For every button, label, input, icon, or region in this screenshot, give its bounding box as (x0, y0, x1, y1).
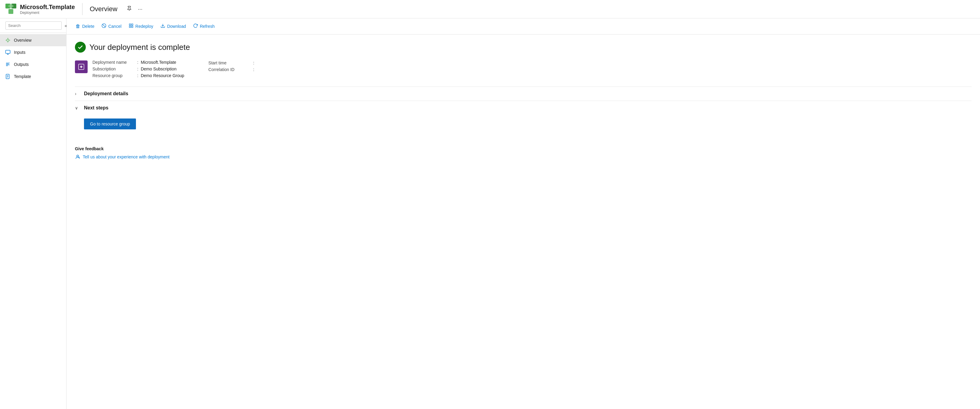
subscription-value: Demo Subscription (141, 67, 177, 71)
next-steps-section[interactable]: ∨ Next steps (75, 101, 972, 115)
download-label: Download (167, 24, 186, 29)
sidebar-item-outputs[interactable]: Outputs (0, 58, 66, 70)
next-steps-content: Go to resource group (75, 115, 972, 133)
outputs-icon (5, 61, 11, 67)
deployment-name-value: Microsoft.Template (141, 60, 176, 65)
header-actions: ··· (125, 5, 145, 14)
deployment-info: Deployment name : Microsoft.Template Sub… (75, 60, 972, 78)
download-icon (161, 23, 165, 29)
sidebar-item-template[interactable]: Template (0, 70, 66, 83)
sidebar-item-template-label: Template (14, 74, 31, 79)
search-bar: « (0, 18, 66, 33)
delete-button[interactable]: 🗑 Delete (73, 22, 97, 31)
feedback-section: Give feedback Tell us about your experie… (75, 141, 972, 160)
sidebar-item-overview[interactable]: Overview (0, 34, 66, 46)
app-subtitle: Deployment (20, 11, 75, 15)
header-divider (82, 3, 83, 15)
delete-icon: 🗑 (76, 24, 80, 29)
search-input[interactable] (5, 21, 62, 30)
svg-point-31 (80, 66, 82, 68)
header-title: Microsoft.Template Deployment (20, 4, 75, 15)
main-layout: « Overview (0, 18, 980, 409)
deployment-name-label: Deployment name (92, 60, 135, 65)
next-steps-label: Next steps (84, 105, 108, 111)
sidebar-item-inputs[interactable]: Inputs (0, 46, 66, 58)
sidebar: « Overview (0, 18, 67, 409)
overview-icon (5, 37, 11, 43)
toolbar: 🗑 Delete Cancel Redeploy (67, 18, 980, 34)
inputs-icon (5, 49, 11, 55)
more-options-button[interactable]: ··· (136, 5, 145, 14)
info-fields: Deployment name : Microsoft.Template Sub… (92, 60, 184, 78)
correlation-id-label: Correlation ID (208, 67, 251, 72)
deployment-name-row: Deployment name : Microsoft.Template (92, 60, 184, 65)
template-icon (5, 73, 11, 80)
sidebar-item-inputs-label: Inputs (14, 50, 25, 55)
info-right: Start time : Correlation ID : (208, 60, 257, 78)
info-left: Deployment name : Microsoft.Template Sub… (75, 60, 184, 78)
page-title: Overview (90, 5, 118, 13)
main-content: Your deployment is complete Deployment n… (67, 34, 980, 167)
deployment-details-label: Deployment details (84, 91, 128, 96)
success-icon (75, 42, 86, 53)
header: Microsoft.Template Deployment Overview ·… (0, 0, 980, 18)
content-area: 🗑 Delete Cancel Redeploy (67, 18, 980, 409)
feedback-link[interactable]: Tell us about your experience with deplo… (75, 154, 972, 160)
correlation-id-row: Correlation ID : (208, 67, 257, 72)
svg-line-24 (103, 24, 105, 27)
azure-logo-icon (5, 3, 17, 15)
svg-point-7 (6, 39, 9, 42)
cancel-icon (102, 23, 107, 29)
download-button[interactable]: Download (158, 21, 189, 31)
svg-rect-12 (6, 50, 10, 54)
svg-point-32 (77, 155, 78, 157)
sidebar-item-overview-label: Overview (14, 38, 32, 43)
header-logo: Microsoft.Template Deployment (5, 3, 75, 15)
refresh-label: Refresh (200, 24, 215, 29)
deployment-details-section[interactable]: › Deployment details (75, 86, 972, 101)
redeploy-icon (129, 23, 134, 29)
deployment-details-chevron: › (75, 91, 81, 96)
deployment-complete-title: Your deployment is complete (89, 43, 190, 52)
svg-rect-27 (131, 26, 133, 27)
svg-rect-28 (129, 26, 131, 27)
redeploy-label: Redeploy (135, 24, 153, 29)
go-to-resource-group-button[interactable]: Go to resource group (84, 118, 136, 129)
resource-icon (75, 61, 88, 73)
sidebar-nav: Overview Inputs Outputs (0, 33, 66, 84)
sections-container: › Deployment details ∨ Next steps Go to … (75, 86, 972, 133)
start-time-label: Start time (208, 61, 251, 65)
subscription-row: Subscription : Demo Subscription (92, 67, 184, 71)
next-steps-chevron: ∨ (75, 105, 81, 110)
delete-label: Delete (82, 24, 94, 29)
svg-rect-2 (8, 9, 13, 14)
redeploy-button[interactable]: Redeploy (126, 21, 156, 31)
svg-rect-26 (131, 24, 133, 26)
refresh-icon (193, 23, 198, 29)
resource-group-row: Resource group : Demo Resource Group (92, 73, 184, 78)
feedback-link-text: Tell us about your experience with deplo… (83, 155, 169, 159)
cancel-button[interactable]: Cancel (99, 21, 124, 31)
feedback-title: Give feedback (75, 146, 972, 151)
feedback-icon (75, 154, 80, 160)
app-layout: Microsoft.Template Deployment Overview ·… (0, 0, 980, 409)
more-icon: ··· (138, 6, 143, 12)
app-name: Microsoft.Template (20, 4, 75, 11)
cancel-label: Cancel (108, 24, 121, 29)
deployment-complete-banner: Your deployment is complete (75, 42, 972, 53)
sidebar-item-outputs-label: Outputs (14, 62, 29, 67)
subscription-label: Subscription (92, 67, 135, 71)
pin-button[interactable] (125, 5, 134, 14)
svg-rect-25 (129, 24, 131, 26)
start-time-row: Start time : (208, 61, 257, 65)
refresh-button[interactable]: Refresh (190, 21, 218, 31)
resource-group-label: Resource group (92, 73, 135, 78)
resource-group-value: Demo Resource Group (141, 73, 184, 78)
